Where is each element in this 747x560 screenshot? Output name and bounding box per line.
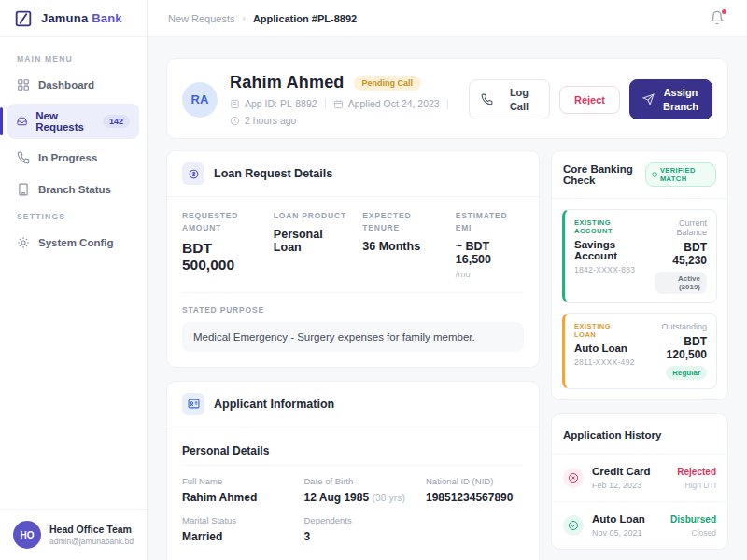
account-status-chip: Active (2019)	[655, 272, 707, 294]
phone-icon	[17, 151, 30, 164]
account-value-label: Outstanding	[641, 322, 707, 331]
sidebar: Jamuna Bank MAIN MENU Dashboard New Requ…	[0, 0, 148, 560]
app-id-text: App ID: PL-8892	[245, 98, 317, 109]
account-value: BDT 45,230	[655, 241, 707, 267]
applied-date-text: Applied Oct 24, 2023	[348, 98, 440, 109]
history-item-name: Credit Card	[592, 466, 651, 477]
app-id-meta: App ID: PL-8892	[230, 98, 317, 109]
history-item-date: Nov 05, 2021	[592, 528, 645, 538]
age-note: (38 yrs)	[372, 492, 405, 503]
core-banking-title: Core Banking Check	[563, 163, 645, 186]
account-number: 1842-XXXX-883	[574, 265, 649, 274]
requested-amount-field: REQUESTED AMOUNT BDT 500,000	[182, 210, 264, 279]
applied-date-meta: Applied Oct 24, 2023	[333, 98, 440, 109]
field-value: Rahim Ahmed	[182, 491, 296, 504]
check-circle-icon	[652, 171, 657, 178]
history-item-status: Rejected	[677, 467, 716, 477]
estimated-emi-field: ESTIMATED EMI ~ BDT 16,500 /mo	[456, 210, 524, 279]
applicant-card-title: Applicant Information	[214, 398, 334, 411]
applicant-information-card: Applicant Information Personal Details F…	[166, 381, 540, 560]
approved-check-icon	[563, 515, 584, 536]
field-value: 3	[303, 530, 418, 543]
sidebar-item-branch-status[interactable]: Branch Status	[7, 176, 139, 203]
history-item-right: Disbursed Closed	[670, 514, 716, 538]
field-suffix: /mo	[456, 269, 524, 279]
id-card-icon	[188, 398, 200, 410]
account-tag: EXISTING ACCOUNT	[574, 218, 649, 235]
sidebar-item-dashboard[interactable]: Dashboard	[7, 72, 139, 98]
sidebar-item-system-config[interactable]: System Config	[7, 230, 139, 256]
breadcrumb-parent[interactable]: New Requests	[168, 13, 235, 24]
calendar-icon	[333, 99, 344, 109]
dob-field: Date of Birth 12 Aug 1985 (38 yrs)	[303, 476, 418, 504]
history-item-note: High DTI	[677, 481, 716, 490]
field-label: EXPECTED TENURE	[362, 210, 445, 234]
assign-branch-label: Assign Branch	[662, 86, 699, 114]
loan-request-details-card: Loan Request Details REQUESTED AMOUNT BD…	[166, 150, 540, 368]
loan-card-title: Loan Request Details	[214, 167, 332, 180]
field-label: Marital Status	[182, 515, 296, 525]
sidebar-item-in-progress[interactable]: In Progress	[7, 145, 139, 171]
field-label: ESTIMATED EMI	[456, 210, 524, 234]
notifications-button[interactable]	[710, 10, 726, 27]
sidebar-item-new-requests[interactable]: New Requests 142	[7, 104, 139, 139]
account-name: Savings Account	[574, 239, 649, 261]
time-ago-row: 2 hours ago	[230, 115, 448, 126]
loan-icon-chip	[182, 162, 204, 185]
bank-logo-icon	[13, 8, 34, 29]
user-identity: Head Office Team admin@jamunabank.bd	[49, 524, 134, 546]
breadcrumb-chevron-icon: ›	[243, 13, 246, 23]
building-icon	[17, 183, 30, 196]
content-grid: Loan Request Details REQUESTED AMOUNT BD…	[166, 150, 728, 560]
application-meta-row: App ID: PL-8892 Applied Oct 24, 2023	[230, 98, 448, 109]
nid-field: National ID (NID) 19851234567890	[426, 476, 524, 504]
clock-icon	[230, 116, 240, 126]
sidebar-section-settings: SETTINGS	[7, 208, 139, 229]
app-window: Jamuna Bank MAIN MENU Dashboard New Requ…	[0, 0, 747, 560]
field-value: ~ BDT 16,500	[456, 240, 524, 266]
core-banking-check-card: Core Banking Check VERIFIED MATCH EXISTI…	[551, 150, 728, 400]
field-label: REQUESTED AMOUNT	[182, 210, 264, 234]
existing-account-card: EXISTING ACCOUNT Savings Account 1842-XX…	[562, 209, 717, 303]
verified-match-badge: VERIFIED MATCH	[645, 162, 716, 187]
inbox-icon	[17, 115, 27, 128]
user-avatar: HO	[13, 521, 41, 549]
assign-branch-button[interactable]: Assign Branch	[629, 79, 712, 120]
field-label: Full Name	[182, 476, 296, 486]
coins-icon	[188, 168, 200, 180]
applicant-icon-chip	[182, 393, 204, 415]
account-value: BDT 120,500	[641, 335, 707, 361]
history-item-note: Closed	[670, 528, 716, 538]
dashboard-grid-icon	[17, 78, 30, 91]
account-name: Auto Loan	[574, 343, 635, 354]
history-item-name: Auto Loan	[592, 513, 645, 525]
status-badge: Pending Call	[354, 76, 422, 91]
reject-label: Reject	[574, 94, 605, 105]
history-item-status: Disbursed	[670, 514, 716, 525]
expected-tenure-field: EXPECTED TENURE 36 Months	[362, 210, 445, 279]
reject-button[interactable]: Reject	[559, 86, 620, 114]
sidebar-user-panel[interactable]: HO Head Office Team admin@jamunabank.bd	[0, 509, 147, 560]
field-value: BDT 500,000	[182, 240, 264, 273]
history-item-main: Credit Card Feb 12, 2023	[592, 466, 651, 490]
application-history-card: Application History Credit Card Feb 12, …	[551, 413, 728, 550]
field-label: LOAN PRODUCT	[274, 210, 353, 222]
applicant-name: Rahim Ahmed	[230, 73, 345, 92]
history-item-auto-loan: Auto Loan Nov 05, 2021 Disbursed Closed	[552, 501, 727, 549]
applicant-head-info: Rahim Ahmed Pending Call App ID: PL-8892…	[230, 73, 448, 126]
marital-status-field: Marital Status Married	[182, 515, 296, 543]
log-call-label: Log Call	[500, 86, 538, 114]
sidebar-item-label: New Requests	[35, 110, 94, 133]
personal-details-title: Personal Details	[182, 433, 524, 466]
log-call-button[interactable]: Log Call	[469, 79, 550, 120]
account-left: EXISTING LOAN Auto Loan 2811-XXXX-492	[574, 322, 635, 380]
existing-loan-card: EXISTING LOAN Auto Loan 2811-XXXX-492 Ou…	[562, 313, 717, 389]
gear-icon	[17, 236, 30, 249]
applicant-avatar: RA	[182, 82, 218, 118]
full-name-field: Full Name Rahim Ahmed	[182, 476, 296, 504]
field-value: Married	[182, 530, 296, 543]
main-column: New Requests › Application #PL-8892 RA R…	[148, 0, 747, 560]
stated-purpose-label: STATED PURPOSE	[182, 305, 524, 315]
history-item-main: Auto Loan Nov 05, 2021	[592, 513, 645, 538]
account-value-label: Current Balance	[655, 218, 707, 237]
